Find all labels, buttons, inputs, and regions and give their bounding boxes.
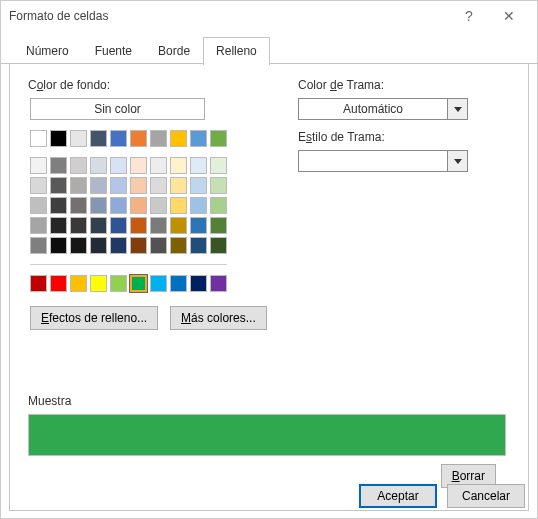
no-color-label: Sin color — [94, 102, 141, 116]
tab-bar: Número Fuente Borde Relleno — [1, 31, 537, 64]
color-swatch[interactable] — [130, 157, 147, 174]
more-colors-button[interactable]: Más colores... — [170, 306, 267, 330]
bg-color-label: Color de fondo: — [28, 78, 268, 92]
color-swatch[interactable] — [210, 217, 227, 234]
color-swatch[interactable] — [130, 130, 147, 147]
color-swatch[interactable] — [30, 157, 47, 174]
tab-border[interactable]: Borde — [145, 37, 203, 64]
color-swatch[interactable] — [30, 177, 47, 194]
color-swatch[interactable] — [190, 130, 207, 147]
color-swatch[interactable] — [50, 197, 67, 214]
standard-color-row — [30, 275, 268, 292]
color-swatch[interactable] — [90, 157, 107, 174]
color-swatch[interactable] — [30, 275, 47, 292]
color-swatch[interactable] — [110, 177, 127, 194]
color-swatch[interactable] — [210, 157, 227, 174]
color-swatch[interactable] — [170, 197, 187, 214]
theme-color-grid — [30, 157, 268, 254]
color-swatch[interactable] — [130, 197, 147, 214]
color-swatch[interactable] — [190, 237, 207, 254]
close-button[interactable]: ✕ — [489, 8, 529, 24]
color-swatch[interactable] — [70, 217, 87, 234]
color-swatch[interactable] — [130, 177, 147, 194]
color-swatch[interactable] — [110, 197, 127, 214]
help-button[interactable]: ? — [449, 8, 489, 24]
color-swatch[interactable] — [170, 157, 187, 174]
color-swatch[interactable] — [190, 177, 207, 194]
tab-font[interactable]: Fuente — [82, 37, 145, 64]
color-swatch[interactable] — [170, 237, 187, 254]
color-swatch[interactable] — [170, 177, 187, 194]
color-swatch[interactable] — [30, 237, 47, 254]
color-swatch[interactable] — [110, 130, 127, 147]
color-swatch[interactable] — [170, 217, 187, 234]
tab-fill[interactable]: Relleno — [203, 37, 270, 65]
color-swatch[interactable] — [110, 237, 127, 254]
color-swatch[interactable] — [130, 275, 147, 292]
color-swatch[interactable] — [90, 197, 107, 214]
color-swatch[interactable] — [190, 217, 207, 234]
color-swatch[interactable] — [110, 275, 127, 292]
color-swatch[interactable] — [210, 130, 227, 147]
color-swatch[interactable] — [170, 275, 187, 292]
color-swatch[interactable] — [150, 275, 167, 292]
color-swatch[interactable] — [190, 275, 207, 292]
no-color-button[interactable]: Sin color — [30, 98, 205, 120]
ok-button[interactable]: Aceptar — [359, 484, 437, 508]
theme-header-row — [30, 130, 268, 147]
fill-effects-button[interactable]: Efectos de relleno... — [30, 306, 158, 330]
color-swatch[interactable] — [210, 237, 227, 254]
color-swatch[interactable] — [150, 157, 167, 174]
color-swatch[interactable] — [90, 237, 107, 254]
color-swatch[interactable] — [110, 217, 127, 234]
color-swatch[interactable] — [130, 237, 147, 254]
color-swatch[interactable] — [50, 275, 67, 292]
color-swatch[interactable] — [90, 177, 107, 194]
color-swatch[interactable] — [70, 197, 87, 214]
color-swatch[interactable] — [90, 275, 107, 292]
chevron-down-icon — [447, 151, 467, 171]
pattern-color-label: Color de Trama: — [298, 78, 510, 92]
color-swatch[interactable] — [30, 130, 47, 147]
color-swatch[interactable] — [50, 237, 67, 254]
sample-label: Muestra — [28, 394, 510, 408]
color-swatch[interactable] — [50, 157, 67, 174]
color-swatch[interactable] — [50, 217, 67, 234]
color-swatch[interactable] — [90, 130, 107, 147]
color-swatch[interactable] — [210, 275, 227, 292]
color-swatch[interactable] — [150, 177, 167, 194]
titlebar: Formato de celdas ? ✕ — [1, 1, 537, 31]
dialog-footer: Aceptar Cancelar — [359, 484, 525, 508]
chevron-down-icon — [447, 99, 467, 119]
tab-number[interactable]: Número — [13, 37, 82, 64]
color-swatch[interactable] — [150, 217, 167, 234]
color-swatch[interactable] — [90, 217, 107, 234]
color-swatch[interactable] — [150, 197, 167, 214]
color-swatch[interactable] — [110, 157, 127, 174]
color-divider — [30, 264, 227, 265]
color-swatch[interactable] — [70, 157, 87, 174]
color-swatch[interactable] — [150, 237, 167, 254]
color-swatch[interactable] — [70, 237, 87, 254]
color-swatch[interactable] — [50, 177, 67, 194]
color-swatch[interactable] — [30, 217, 47, 234]
color-swatch[interactable] — [70, 130, 87, 147]
color-swatch[interactable] — [190, 157, 207, 174]
pattern-style-combo[interactable] — [298, 150, 468, 172]
color-swatch[interactable] — [50, 130, 67, 147]
color-swatch[interactable] — [130, 217, 147, 234]
color-swatch[interactable] — [170, 130, 187, 147]
fill-panel: Color de fondo: Sin color Efectos de rel… — [10, 64, 528, 498]
pattern-style-label: Estilo de Trama: — [298, 130, 510, 144]
pattern-color-value: Automático — [299, 102, 447, 116]
color-swatch[interactable] — [30, 197, 47, 214]
color-swatch[interactable] — [70, 275, 87, 292]
pattern-color-combo[interactable]: Automático — [298, 98, 468, 120]
color-swatch[interactable] — [150, 130, 167, 147]
sample-preview — [28, 414, 506, 456]
color-swatch[interactable] — [210, 177, 227, 194]
color-swatch[interactable] — [210, 197, 227, 214]
color-swatch[interactable] — [190, 197, 207, 214]
cancel-button[interactable]: Cancelar — [447, 484, 525, 508]
color-swatch[interactable] — [70, 177, 87, 194]
